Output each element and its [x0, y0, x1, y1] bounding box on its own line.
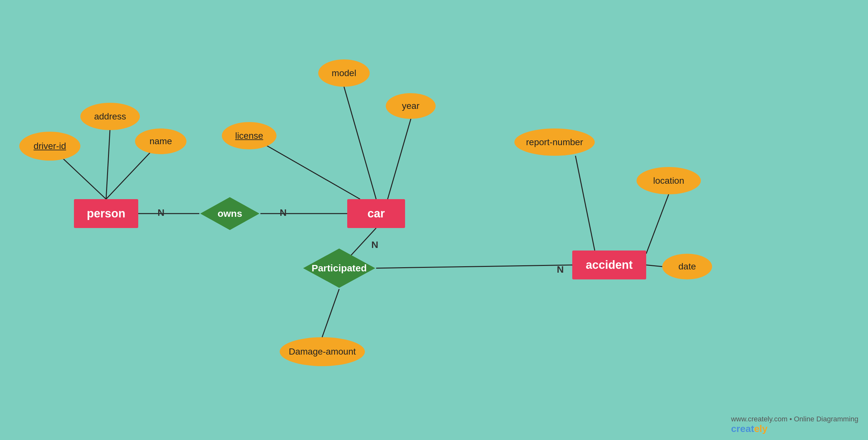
svg-line-9	[376, 265, 572, 268]
cardinality-n2: N	[280, 207, 287, 218]
entity-car: car	[347, 199, 405, 228]
cardinality-n4: N	[557, 264, 564, 275]
attribute-date: date	[662, 254, 712, 279]
attribute-driver-id: driver-id	[19, 132, 81, 161]
svg-line-7	[386, 119, 411, 206]
attribute-report-number: report-number	[515, 129, 595, 156]
watermark: www.creately.com • Online Diagramming cr…	[731, 415, 858, 434]
svg-line-12	[646, 194, 669, 254]
svg-line-1	[106, 130, 110, 199]
attribute-model: model	[318, 59, 370, 87]
relationship-owns: owns	[199, 196, 260, 231]
attribute-location: location	[637, 167, 701, 194]
entity-accident: accident	[572, 250, 646, 279]
svg-line-13	[646, 265, 662, 267]
cardinality-n1: N	[157, 207, 164, 218]
attribute-address: address	[81, 103, 140, 130]
watermark-brand: creately	[731, 423, 858, 434]
watermark-url: www.creately.com • Online Diagramming	[731, 415, 858, 423]
relationship-participated: Participated	[302, 247, 376, 289]
svg-line-6	[344, 87, 376, 199]
attribute-damage-amount: Damage-amount	[280, 337, 365, 366]
attribute-year: year	[386, 93, 436, 119]
er-diagram: person car accident owns Participated dr…	[0, 0, 868, 440]
attribute-license: license	[222, 122, 277, 149]
attribute-name: name	[135, 129, 186, 154]
svg-line-11	[576, 156, 595, 250]
svg-line-10	[322, 289, 339, 337]
cardinality-n3: N	[371, 239, 378, 250]
entity-person: person	[74, 199, 138, 228]
